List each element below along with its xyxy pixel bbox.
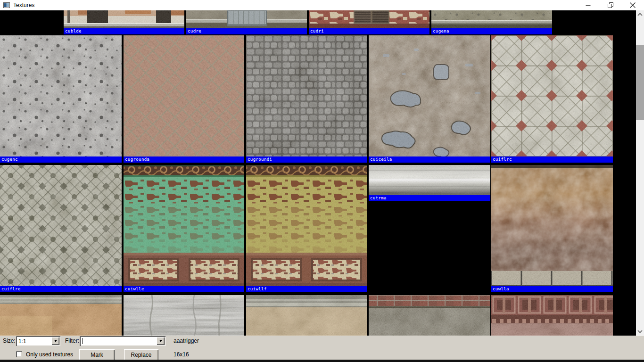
restore-icon [608,2,613,8]
texture-tile-cutrma[interactable]: cutrma [369,165,490,201]
texture-tile-cugrounda[interactable]: cugrounda [124,35,244,163]
texture-thumbnail [0,35,122,156]
texture-thumbnail [491,35,613,156]
texture-thumbnail [491,295,613,336]
app-icon [3,2,10,8]
texture-name-label: cugrounda [124,156,244,163]
scroll-down-button[interactable] [636,328,644,336]
window-title: Textures [13,2,34,8]
vertical-scrollbar[interactable] [636,10,644,336]
texture-name-label: cublde [64,28,184,34]
texture-tile-cuiflrc[interactable]: cuiflrc [491,35,613,163]
title-bar: Textures [0,0,644,10]
size-label: Size: [3,337,16,344]
texture-name-label: cuiwllf [246,286,367,292]
texture-thumbnail [124,295,244,336]
texture-name-label: cugena [431,28,552,34]
scroll-up-button[interactable] [636,10,644,18]
texture-tile-cublde[interactable]: cublde [64,10,184,34]
size-dropdown-button[interactable] [51,337,59,345]
texture-name-label: cuiwlle [124,286,244,292]
texture-thumbnail [369,295,490,336]
chevron-up-icon [637,12,643,16]
texture-name-label: cuiflre [0,286,122,292]
only-used-checkbox[interactable] [16,351,22,357]
filter-combobox[interactable] [80,336,165,346]
texture-tile-cuwlla[interactable]: cuwlla [491,165,613,292]
dropdown-arrow-icon [159,340,162,342]
texture-thumbnail [124,35,244,156]
texture-name-label: cudre [186,28,307,34]
texture-name-label: cuwlla [491,286,613,292]
texture-tile-cugena[interactable]: cugena [431,10,552,34]
filter-label: Filter: [65,337,79,344]
bottom-black-strip [0,360,644,362]
texture-thumbnail [186,10,307,28]
selected-texture-name: aaatrigger [173,337,199,344]
texture-tile-partial-1[interactable] [0,295,122,336]
texture-tile-cugenc[interactable]: cugenc [0,35,122,163]
filter-input[interactable] [81,337,153,345]
replace-button[interactable]: Replace [124,349,158,361]
texture-thumbnail [309,10,429,28]
texture-tile-cudre[interactable]: cudre [186,10,307,34]
texture-thumbnail [369,35,490,156]
filter-dropdown-button[interactable] [157,337,165,345]
texture-tile-cudri[interactable]: cudri [309,10,429,34]
texture-tile-partial-2[interactable] [124,295,244,336]
texture-tile-cugroundi[interactable]: cugroundi [246,35,367,163]
texture-name-label: cutrma [369,195,490,201]
size-select[interactable]: 1:1 [16,336,60,346]
scrollbar-thumb[interactable] [636,45,644,120]
dropdown-arrow-icon [54,340,57,342]
texture-tile-cuiwllf[interactable]: cuiwllf [246,165,367,292]
minimize-icon [586,3,591,8]
texture-name-label: cugenc [0,156,122,163]
restore-button[interactable] [600,0,621,10]
close-icon [630,2,636,8]
texture-tile-cuiflre[interactable]: cuiflre [0,165,122,292]
texture-tile-partial-5[interactable] [491,295,613,336]
texture-thumbnail [64,10,184,28]
texture-grid: cublde cudre cudri [0,10,636,336]
texture-thumbnail [431,10,552,28]
texture-thumbnail [246,165,367,286]
close-button[interactable] [622,0,643,10]
texture-thumbnail [0,295,122,336]
minimize-button[interactable] [578,0,599,10]
text-caret [83,338,83,344]
texture-name-label: cudri [309,28,429,34]
texture-tile-cuiwlle[interactable]: cuiwlle [124,165,244,292]
texture-name-label: cuiflrc [491,156,613,163]
texture-thumbnail [369,165,490,195]
size-value: 1:1 [18,338,26,345]
only-used-label: Only used textures [26,351,73,358]
texture-tile-partial-4[interactable] [369,295,490,336]
texture-thumbnail [246,35,367,156]
mark-button[interactable]: Mark [79,349,115,361]
texture-name-label: cugroundi [246,156,367,163]
texture-thumbnail [246,295,367,336]
chevron-down-icon [637,329,643,334]
selected-texture-size: 16x16 [173,351,189,358]
texture-thumbnail [0,165,122,286]
texture-name-label: cuiceila [369,156,490,163]
texture-tile-cuiceila[interactable]: cuiceila [369,35,490,163]
texture-thumbnail [124,165,244,286]
texture-tile-partial-3[interactable] [246,295,367,336]
texture-thumbnail [491,165,613,286]
